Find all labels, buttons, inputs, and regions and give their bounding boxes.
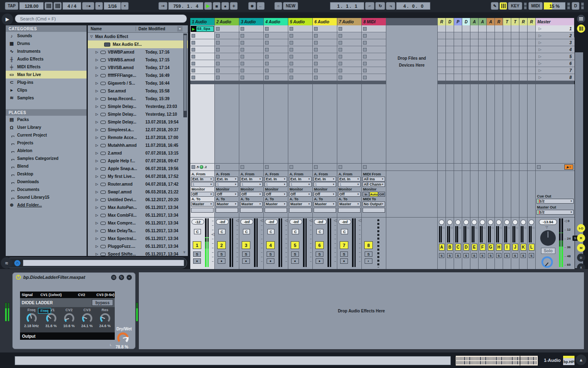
- io-dropdown[interactable]: All Channe▼: [363, 182, 385, 187]
- io-dropdown[interactable]: Master▼: [191, 202, 214, 206]
- clip-slot[interactable]: [190, 32, 214, 39]
- return-clip-slot[interactable]: [438, 60, 445, 67]
- track-activator[interactable]: 4: [266, 241, 275, 249]
- return-clip-slot[interactable]: [487, 60, 494, 67]
- return-clip-slot[interactable]: [479, 53, 486, 60]
- return-clip-slot[interactable]: [487, 25, 494, 32]
- clip-slot[interactable]: ▶03_Spa: [190, 25, 214, 32]
- track-header[interactable]: 1 Audio: [190, 18, 214, 25]
- track-header[interactable]: 8 MIDI: [362, 18, 386, 25]
- return-clip-slot[interactable]: [503, 53, 511, 60]
- return-fader-handle[interactable]: ◁: [491, 226, 493, 242]
- io-dropdown[interactable]: 1/2▼: [537, 199, 574, 204]
- arrangement-position-display[interactable]: 759 . 1 . 4: [168, 2, 203, 10]
- return-solo-button[interactable]: S: [455, 253, 461, 258]
- clip-slot[interactable]: [313, 53, 337, 60]
- return-clip-slot[interactable]: [470, 46, 478, 53]
- track-activator[interactable]: 1: [193, 241, 201, 249]
- io-dropdown[interactable]: 1▼: [289, 182, 312, 187]
- clip-stop-icon[interactable]: [314, 76, 318, 79]
- scene-slot[interactable]: ▷8: [536, 74, 575, 81]
- return-clip-slot[interactable]: [495, 25, 503, 32]
- pan-control[interactable]: C: [194, 229, 201, 234]
- return-clip-slot[interactable]: [462, 60, 470, 67]
- knob-cv1[interactable]: [46, 313, 56, 323]
- arm-button[interactable]: ●: [193, 258, 201, 264]
- io-dropdown[interactable]: Master▼: [314, 202, 336, 206]
- track-delay-field[interactable]: [216, 208, 238, 213]
- knob-cv2[interactable]: [64, 313, 74, 323]
- clip-stop-icon[interactable]: [216, 55, 220, 58]
- io-dropdown[interactable]: 1▼: [265, 182, 287, 187]
- file-row[interactable]: ▷VBWBP.amxdToday, 17:16: [88, 48, 188, 56]
- clip-stop-icon[interactable]: [241, 69, 244, 72]
- clip-stop-icon[interactable]: [314, 69, 318, 72]
- master-fader-grip[interactable]: ▽: [546, 225, 548, 229]
- device-drop-area[interactable]: Drop Audio Effects Here: [139, 272, 584, 349]
- return-solo-button[interactable]: S: [488, 253, 493, 258]
- pan-control[interactable]: C: [218, 229, 225, 234]
- tap-tempo-button[interactable]: TAP: [5, 2, 18, 10]
- return-track-header[interactable]: A: [470, 18, 478, 25]
- track-delay-field[interactable]: [338, 208, 361, 213]
- clip-slot[interactable]: [239, 60, 263, 67]
- clip-stop-icon[interactable]: [216, 62, 220, 65]
- clip-stop-icon[interactable]: [216, 48, 220, 52]
- clip-slot[interactable]: [362, 60, 386, 67]
- file-row[interactable]: ▷Max Compre...05.11.2017, 13:34: [88, 219, 188, 227]
- master-stop-square[interactable]: [537, 165, 541, 169]
- master-track-header[interactable]: Master: [536, 18, 575, 25]
- volume-display[interactable]: -Inf: [339, 219, 351, 224]
- return-clip-slot[interactable]: [470, 74, 478, 81]
- clip-stop-icon[interactable]: [363, 41, 367, 45]
- track-activator[interactable]: 3: [242, 241, 250, 249]
- return-pan-knob[interactable]: [480, 220, 485, 225]
- return-pan-knob[interactable]: [496, 220, 501, 225]
- volume-fader-handle[interactable]: ◁: [260, 218, 263, 222]
- file-row[interactable]: ▷PluggoFuzz....05.11.2017, 13:34: [88, 242, 188, 250]
- return-track-header[interactable]: D: [462, 18, 470, 25]
- session-record-button[interactable]: ○: [274, 2, 282, 10]
- file-row[interactable]: ▷Simpleest.a...12.07.2018, 20:37: [88, 126, 188, 134]
- sidebar-item-current-project[interactable]: Current Project: [6, 131, 87, 139]
- return-track-header[interactable]: R: [438, 18, 445, 25]
- clip-slot[interactable]: [264, 53, 288, 60]
- track-header[interactable]: 2 Audio: [215, 18, 239, 25]
- scroll-down-icon[interactable]: ▼: [183, 250, 186, 254]
- clip-stop-icon[interactable]: [192, 41, 195, 45]
- return-pan-knob[interactable]: [472, 220, 477, 225]
- track-delay-field[interactable]: [191, 208, 214, 213]
- return-clip-slot[interactable]: [511, 53, 519, 60]
- io-dropdown[interactable]: Ext. In▼: [240, 177, 263, 182]
- clip-stop-icon[interactable]: [339, 27, 342, 31]
- clip-slot[interactable]: [190, 39, 214, 46]
- return-pan-knob[interactable]: [447, 220, 452, 225]
- expand-icon[interactable]: ▷: [96, 159, 100, 163]
- return-solo-button[interactable]: S: [504, 253, 510, 258]
- return-clip-slot[interactable]: [503, 67, 511, 74]
- file-row[interactable]: ▷Sar.amxdToday, 15:58: [88, 87, 188, 95]
- io-dropdown[interactable]: Ext. In▼: [314, 177, 336, 182]
- device-edit-icon[interactable]: ↻: [119, 275, 124, 280]
- return-clip-slot[interactable]: [479, 32, 486, 39]
- clip-slot[interactable]: [190, 46, 214, 53]
- return-clip-slot[interactable]: [462, 74, 470, 81]
- return-clip-slot[interactable]: [511, 46, 519, 53]
- scene-slot[interactable]: ▷4: [536, 46, 575, 53]
- return-clip-slot[interactable]: [511, 39, 519, 46]
- return-clip-slot[interactable]: [519, 39, 527, 46]
- return-clip-slot[interactable]: [495, 74, 503, 81]
- return-clip-slot[interactable]: [470, 25, 478, 32]
- clip-slot[interactable]: [288, 74, 312, 81]
- return-clip-slot[interactable]: [438, 25, 445, 32]
- stop-all-clips-button[interactable]: ▶≡: [564, 164, 573, 170]
- return-pan-knob[interactable]: [439, 220, 444, 225]
- return-activator[interactable]: K: [521, 244, 526, 251]
- pan-control[interactable]: C: [341, 229, 348, 234]
- clip-slot[interactable]: [288, 32, 312, 39]
- sidebar-item-clips[interactable]: ▸Clips: [6, 86, 87, 94]
- clip-stop-icon[interactable]: [241, 48, 244, 52]
- return-activator[interactable]: H: [496, 244, 502, 251]
- return-clip-slot[interactable]: [519, 32, 527, 39]
- return-clip-slot[interactable]: [454, 74, 462, 81]
